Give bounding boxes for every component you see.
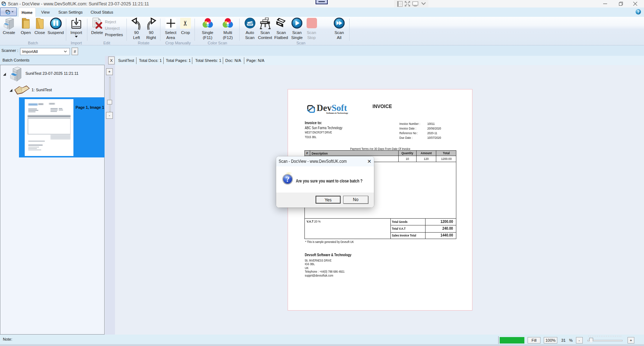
svg-text:?: ? xyxy=(637,10,640,14)
svg-text:?: ? xyxy=(286,175,290,184)
